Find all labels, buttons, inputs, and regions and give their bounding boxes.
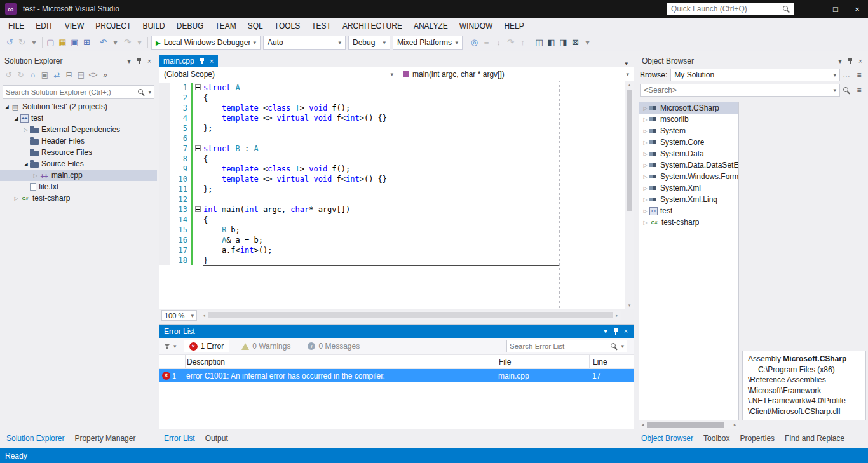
objects-item-system-core[interactable]: ▷System.Core	[639, 137, 738, 148]
menu-test[interactable]: TEST	[306, 18, 337, 34]
component-list-icon[interactable]: ≡	[853, 69, 865, 81]
close-icon[interactable]: ×	[210, 57, 214, 65]
code-line-16[interactable]: 16 A& a = b;	[159, 235, 634, 245]
code-line-13[interactable]: 13int main(int argc, char* argv[])	[159, 205, 634, 215]
code-line-2[interactable]: 2{	[159, 93, 634, 103]
undo-icon[interactable]: ↶	[97, 36, 109, 50]
breakpoint-margin[interactable]	[159, 174, 170, 184]
solution-item-source-files[interactable]: ◢Source Files	[0, 158, 157, 170]
zoom-dropdown[interactable]: 100 % ▾	[161, 310, 197, 321]
undo-dropdown-icon[interactable]: ▾	[109, 36, 121, 50]
menu-edit[interactable]: EDIT	[30, 18, 58, 34]
clear-bookmarks-icon[interactable]: ⊠	[569, 36, 581, 50]
objects-item-test[interactable]: ▷++test	[639, 205, 738, 217]
menu-build[interactable]: BUILD	[137, 18, 170, 34]
tree-collapsed-arrow-icon[interactable]: ▷	[641, 140, 649, 145]
fold-collapse-icon[interactable]	[195, 206, 201, 212]
scroll-left-icon[interactable]: ◂	[639, 422, 647, 427]
breakpoint-margin[interactable]	[159, 235, 170, 245]
breakpoint-margin[interactable]	[159, 103, 170, 113]
objects-item-test-csharp[interactable]: ▷C#test-csharp	[639, 217, 738, 228]
breakpoint-margin[interactable]	[159, 133, 170, 144]
solution-item-solution-test-2-projects[interactable]: ◢▤Solution 'test' (2 projects)	[0, 101, 157, 112]
find-icon[interactable]: ◎	[468, 36, 480, 50]
fold-collapse-icon[interactable]	[195, 84, 201, 90]
object-search-dropdown[interactable]: <Search> ▾	[640, 84, 840, 97]
window-position-icon[interactable]: ▾	[600, 326, 611, 337]
solution-configuration-dropdown[interactable]: Debug ▾	[348, 36, 390, 50]
solution-item-file-txt[interactable]: file.txt	[0, 181, 157, 192]
menu-file[interactable]: FILE	[3, 18, 30, 34]
previous-bookmark-icon[interactable]: ◧	[545, 36, 557, 50]
column-description[interactable]: Description	[185, 355, 494, 368]
menu-analyze[interactable]: ANALYZE	[408, 18, 454, 34]
tree-collapsed-arrow-icon[interactable]: ▷	[641, 117, 649, 123]
tab-main-cpp[interactable]: main.cpp ×	[159, 55, 218, 67]
solution-item-test-csharp[interactable]: ▷C#test-csharp	[0, 192, 157, 204]
debug-target-dropdown[interactable]: ▶ Local Windows Debugger ▾	[151, 36, 261, 50]
tab-solution-explorer[interactable]: Solution Explorer	[1, 432, 69, 448]
error-list-header[interactable]: Error List ▾ ×	[159, 325, 634, 338]
menu-debug[interactable]: DEBUG	[171, 18, 210, 34]
chevron-down-icon[interactable]: ▾	[148, 89, 151, 95]
navigate-backward-icon[interactable]: ↺	[4, 36, 16, 50]
tab-toolbox[interactable]: Toolbox	[698, 432, 735, 448]
code-line-14[interactable]: 14{	[159, 215, 634, 225]
breakpoint-margin[interactable]	[159, 215, 170, 225]
scope-dropdown[interactable]: (Global Scope) ▾	[159, 67, 398, 81]
pin-icon[interactable]	[199, 57, 205, 65]
step-out-icon[interactable]: ↑	[517, 36, 529, 50]
menu-help[interactable]: HELP	[498, 18, 529, 34]
quick-launch-input[interactable]	[671, 4, 782, 13]
tree-collapsed-arrow-icon[interactable]: ▷	[22, 127, 30, 133]
code-line-15[interactable]: 15 B b;	[159, 225, 634, 235]
auto-dropdown[interactable]: Auto ▾	[263, 36, 346, 50]
editor-horizontal-scrollbar[interactable]: ◂ ▸	[200, 311, 621, 320]
code-line-10[interactable]: 10 template <> virtual void f<int>() {}	[159, 174, 634, 184]
tree-collapsed-arrow-icon[interactable]: ▷	[641, 208, 649, 214]
tab-find-and-replace[interactable]: Find and Replace	[780, 432, 850, 448]
edit-custom-component-set-button[interactable]: …	[840, 69, 853, 81]
breakpoint-margin[interactable]	[159, 255, 170, 265]
outline-icon[interactable]: ≡	[480, 36, 492, 50]
scrollbar-thumb[interactable]	[208, 312, 613, 318]
breakpoint-margin[interactable]	[159, 93, 170, 103]
code-line-18[interactable]: 18}	[159, 255, 634, 265]
member-dropdown[interactable]: main(int argc, char * argv[]) ▾	[398, 67, 634, 81]
tab-error-list[interactable]: Error List	[159, 432, 200, 448]
se-properties-icon[interactable]: ▤	[75, 68, 87, 82]
open-file-icon[interactable]: ▦	[57, 36, 69, 50]
navigate-forward-icon[interactable]: ↻	[16, 36, 28, 50]
tree-collapsed-arrow-icon[interactable]: ▷	[641, 197, 649, 203]
breakpoint-margin[interactable]	[159, 144, 170, 154]
save-icon[interactable]: ▣	[69, 36, 81, 50]
search-icon[interactable]	[137, 88, 146, 97]
solution-search-input[interactable]	[6, 88, 137, 96]
redo-dropdown-icon[interactable]: ▾	[133, 36, 146, 50]
error-row[interactable]: ×1error C1001: An internal error has occ…	[159, 369, 634, 382]
scroll-left-icon[interactable]: ◂	[200, 313, 208, 318]
objects-item-system-data-datasetextensions[interactable]: ▷System.Data.DataSetExtensions	[639, 159, 738, 171]
window-position-icon[interactable]: ▾	[124, 56, 134, 66]
error-search-input[interactable]	[510, 342, 610, 350]
tree-collapsed-arrow-icon[interactable]: ▷	[641, 128, 649, 134]
breakpoint-margin[interactable]	[159, 184, 170, 194]
se-view-code-icon[interactable]: <>	[87, 68, 99, 82]
tree-collapsed-arrow-icon[interactable]: ▷	[641, 220, 649, 225]
editor-vertical-scrollbar[interactable]: ▴ ▾	[625, 81, 634, 309]
chevron-down-icon[interactable]: ▾	[173, 343, 177, 349]
close-icon[interactable]: ×	[144, 56, 154, 66]
toggle-bookmark-icon[interactable]: ◫	[533, 36, 545, 50]
tree-collapsed-arrow-icon[interactable]: ▷	[12, 196, 20, 201]
tree-expanded-arrow-icon[interactable]: ◢	[12, 116, 20, 121]
menu-sql[interactable]: SQL	[242, 18, 269, 34]
objects-item-system-xml-linq[interactable]: ▷System.Xml.Linq	[639, 194, 738, 205]
breakpoint-margin[interactable]	[159, 154, 170, 164]
tree-expanded-arrow-icon[interactable]: ◢	[3, 104, 11, 110]
tree-expanded-arrow-icon[interactable]: ◢	[22, 161, 30, 167]
chevron-down-icon[interactable]: ▾	[621, 343, 624, 349]
code-line-6[interactable]: 6	[159, 133, 634, 144]
menu-architecture[interactable]: ARCHITECTURE	[337, 18, 408, 34]
code-line-11[interactable]: 11};	[159, 184, 634, 194]
scroll-up-icon[interactable]: ▴	[628, 81, 631, 89]
